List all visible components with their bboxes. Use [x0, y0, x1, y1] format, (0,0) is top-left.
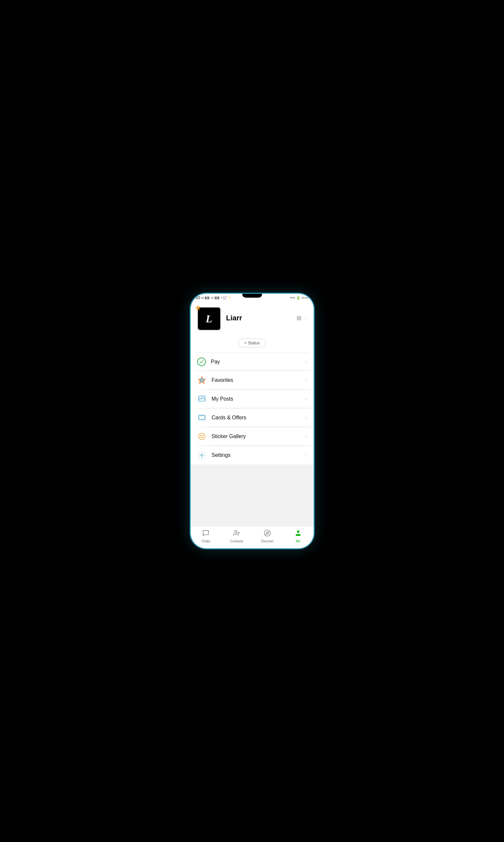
avatar[interactable]: L	[197, 307, 221, 330]
qr-icon[interactable]: ⊞	[296, 315, 302, 322]
hd-indicator: HD	[196, 296, 200, 299]
nav-item-discover[interactable]: Discover	[252, 530, 283, 543]
cards-offers-icon	[197, 413, 206, 422]
battery-icon: 🔋	[296, 296, 300, 300]
profile-name: Liarr	[226, 314, 307, 322]
svg-marker-14	[266, 532, 269, 535]
signal-bars2: ▌▌▌	[215, 297, 220, 299]
svg-point-10	[234, 531, 237, 533]
svg-point-7	[200, 435, 201, 436]
menu-item-cards-offers[interactable]: Cards & Offers ›	[191, 409, 314, 427]
svg-point-6	[199, 433, 205, 440]
settings-chevron-icon: ›	[305, 453, 307, 458]
pay-chevron-icon: ›	[305, 359, 307, 364]
nav-item-contacts[interactable]: Contacts	[221, 530, 252, 543]
signal-4g: 4G	[201, 297, 204, 299]
battery-percent: 70%	[290, 296, 295, 299]
status-button[interactable]: + Status	[238, 338, 265, 347]
speed-indicator: 17.5K/s	[223, 296, 227, 300]
chats-label: Chats	[201, 539, 210, 543]
svg-point-13	[264, 530, 270, 536]
bottom-navigation: Chats Contacts	[191, 526, 314, 548]
nav-item-chats[interactable]: Chats	[191, 530, 221, 543]
usb-icon: ⚡	[228, 296, 231, 299]
sticker-gallery-chevron-icon: ›	[305, 434, 307, 439]
svg-point-8	[202, 435, 203, 436]
time-display: 20:24	[302, 296, 308, 299]
svg-rect-5	[199, 416, 204, 419]
profile-chevron-icon[interactable]: ›	[305, 316, 307, 321]
notch	[242, 294, 262, 298]
status-left: HD 4G ▌▌▌ 4G ▌▌▌ ▾ 17.5K/s ⚡	[196, 296, 231, 300]
favorites-chevron-icon: ›	[305, 378, 307, 383]
chats-icon	[202, 530, 210, 538]
phone-screen: HD 4G ▌▌▌ 4G ▌▌▌ ▾ 17.5K/s ⚡ 70% 🔋 20:24	[191, 294, 314, 548]
status-right: 70% 🔋 20:24	[290, 296, 308, 300]
main-content: L Liarr ⊞ › + Status	[191, 300, 314, 526]
sticker-gallery-label: Sticker Gallery	[212, 433, 301, 440]
favorites-label: Favorites	[212, 377, 301, 383]
svg-point-15	[297, 531, 299, 533]
settings-label: Settings	[212, 452, 301, 458]
cards-offers-chevron-icon: ›	[305, 415, 307, 420]
my-posts-chevron-icon: ›	[305, 397, 307, 401]
avatar-wrapper: L	[197, 307, 221, 330]
favorites-icon	[197, 376, 206, 385]
menu-item-pay[interactable]: Pay ›	[191, 353, 314, 371]
menu-item-settings[interactable]: Settings ›	[191, 446, 314, 464]
profile-icons: ⊞ ›	[296, 315, 307, 322]
discover-label: Discover	[261, 539, 274, 543]
wifi-icon: ▾	[221, 296, 222, 299]
discover-icon	[264, 530, 271, 538]
profile-section: L Liarr ⊞ ›	[191, 300, 314, 336]
menu-list: Pay › Favorites ›	[191, 353, 314, 464]
phone-frame: HD 4G ▌▌▌ 4G ▌▌▌ ▾ 17.5K/s ⚡ 70% 🔋 20:24	[190, 293, 314, 549]
signal-4g2: 4G	[211, 297, 214, 299]
me-icon	[294, 530, 302, 538]
pay-label: Pay	[211, 359, 301, 365]
profile-info: Liarr	[226, 314, 307, 324]
gray-background	[191, 464, 314, 526]
status-area: + Status	[191, 336, 314, 353]
contacts-label: Contacts	[230, 539, 243, 543]
me-label: Me	[296, 539, 301, 543]
signal-bars: ▌▌▌	[205, 297, 210, 299]
menu-item-sticker-gallery[interactable]: Sticker Gallery ›	[191, 427, 314, 446]
menu-item-favorites[interactable]: Favorites ›	[191, 371, 314, 390]
my-posts-label: My Posts	[212, 396, 301, 402]
svg-point-9	[201, 454, 203, 456]
settings-icon	[197, 451, 206, 460]
contacts-icon	[233, 530, 240, 538]
sticker-gallery-icon	[197, 432, 206, 441]
nav-item-me[interactable]: Me	[283, 530, 314, 543]
my-posts-icon	[197, 394, 206, 404]
pay-icon	[197, 358, 206, 366]
menu-item-my-posts[interactable]: My Posts ›	[191, 390, 314, 408]
cards-offers-label: Cards & Offers	[212, 415, 301, 421]
